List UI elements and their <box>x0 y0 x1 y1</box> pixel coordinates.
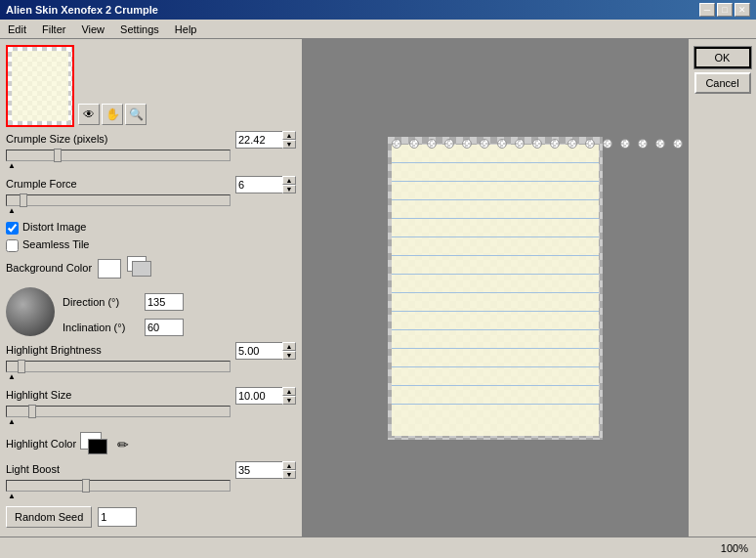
preview-thumbnail[interactable] <box>6 45 74 127</box>
crumple-force-spinner: ▲ ▼ <box>282 176 296 193</box>
random-seed-button[interactable]: Random Seed <box>6 506 92 528</box>
highlight-color-swatches <box>80 432 113 457</box>
dir-incl-labels: Direction (°) Inclination (°) <box>63 293 184 336</box>
highlight-color-label: Highlight Color <box>6 438 76 450</box>
crumple-force-control: Crumple Force ▲ ▼ ▲ <box>6 176 296 215</box>
crumple-size-spinner: ▲ ▼ <box>282 131 296 149</box>
spiral-hole <box>567 139 577 149</box>
thumbnail-inner <box>12 51 68 121</box>
highlight-brightness-input-wrapper: ▲ ▼ <box>235 342 296 360</box>
crumple-size-input-wrapper: ▲ ▼ <box>235 131 296 149</box>
note-line <box>392 163 599 182</box>
spiral-hole <box>585 139 595 149</box>
light-boost-input-wrapper: ▲ ▼ <box>235 461 296 479</box>
spiral-hole <box>480 139 489 149</box>
crumple-size-down[interactable]: ▼ <box>282 140 296 149</box>
highlight-brightness-down[interactable]: ▼ <box>282 351 296 360</box>
highlight-size-arrow: ▲ <box>8 417 296 426</box>
highlight-color-swatch-bottom[interactable] <box>88 439 107 454</box>
highlight-size-slider[interactable] <box>6 406 231 417</box>
highlight-color-pencil-icon[interactable]: ✏ <box>117 437 129 452</box>
crumple-force-down[interactable]: ▼ <box>282 185 296 193</box>
light-boost-input[interactable] <box>235 461 282 479</box>
light-boost-up[interactable]: ▲ <box>282 461 296 470</box>
crumple-size-input[interactable] <box>235 131 282 149</box>
highlight-size-slider-row <box>6 406 296 417</box>
ok-button[interactable]: OK <box>694 47 751 68</box>
maximize-button[interactable]: □ <box>717 3 733 17</box>
direction-sphere[interactable] <box>6 287 55 336</box>
light-boost-control: Light Boost ▲ ▼ ▲ <box>6 461 296 500</box>
crumple-force-label: Crumple Force <box>6 178 77 190</box>
crumple-size-label: Crumple Size (pixels) <box>6 133 108 145</box>
crumple-force-slider[interactable] <box>6 194 231 206</box>
preview-canvas <box>388 137 603 440</box>
crumple-size-slider[interactable] <box>6 150 231 161</box>
highlight-brightness-arrow: ▲ <box>8 372 296 381</box>
note-line <box>392 275 599 293</box>
highlight-size-down[interactable]: ▼ <box>282 396 296 405</box>
hand-tool-button[interactable]: ✋ <box>102 104 123 125</box>
spiral-hole <box>462 139 472 149</box>
zoom-tool-button[interactable]: 🔍 <box>125 104 147 125</box>
light-boost-label-row: Light Boost ▲ ▼ <box>6 461 296 479</box>
menu-settings[interactable]: Settings <box>116 22 163 36</box>
menu-filter[interactable]: Filter <box>38 22 69 36</box>
note-line <box>392 367 599 386</box>
crumple-force-up[interactable]: ▲ <box>282 176 296 185</box>
crumple-size-up[interactable]: ▲ <box>282 131 296 140</box>
seamless-tile-checkbox[interactable] <box>6 239 19 252</box>
spiral-hole <box>392 139 401 149</box>
highlight-size-up[interactable]: ▲ <box>282 387 296 396</box>
menu-view[interactable]: View <box>77 22 108 36</box>
menu-edit[interactable]: Edit <box>4 22 30 36</box>
direction-input[interactable] <box>145 293 184 311</box>
distort-image-checkbox[interactable] <box>6 222 19 235</box>
close-button[interactable]: ✕ <box>735 3 750 17</box>
random-seed-input[interactable] <box>98 507 137 527</box>
background-color-label: Background Color <box>6 262 92 274</box>
note-line <box>392 219 599 237</box>
menu-help[interactable]: Help <box>171 22 201 36</box>
highlight-size-input[interactable] <box>235 387 282 405</box>
minimize-button[interactable]: ─ <box>699 3 715 17</box>
note-line <box>392 293 599 312</box>
light-boost-label: Light Boost <box>6 463 60 475</box>
right-panel <box>303 39 688 537</box>
distort-image-row: Distort Image <box>6 221 296 235</box>
bg-color-swatch-bottom[interactable] <box>132 261 151 277</box>
crumple-force-input[interactable] <box>235 176 282 193</box>
spiral-hole <box>638 139 648 149</box>
spiral-hole <box>409 139 419 149</box>
note-line <box>392 237 599 256</box>
note-line <box>392 330 599 349</box>
spiral-hole <box>603 139 612 149</box>
spiral-hole <box>532 139 542 149</box>
highlight-brightness-slider-row <box>6 361 296 372</box>
cancel-button[interactable]: Cancel <box>694 72 751 94</box>
menu-bar: Edit Filter View Settings Help <box>0 20 756 39</box>
background-color-swatch1[interactable] <box>98 259 121 279</box>
highlight-brightness-slider[interactable] <box>6 361 231 372</box>
light-boost-spinner: ▲ ▼ <box>282 461 296 479</box>
note-line <box>392 349 599 367</box>
direction-row: Direction (°) <box>63 293 184 311</box>
note-line <box>392 256 599 275</box>
crumple-force-label-row: Crumple Force ▲ ▼ <box>6 176 296 193</box>
highlight-size-spinner: ▲ ▼ <box>282 387 296 405</box>
main-container: 👁 ✋ 🔍 Crumple Size (pixels) ▲ ▼ <box>0 39 756 537</box>
highlight-brightness-label: Highlight Brightness <box>6 344 102 356</box>
inclination-input[interactable] <box>145 319 184 336</box>
crumple-force-slider-row <box>6 194 296 206</box>
highlight-brightness-up[interactable]: ▲ <box>282 342 296 351</box>
highlight-brightness-input[interactable] <box>235 342 282 360</box>
eye-tool-button[interactable]: 👁 <box>78 104 100 125</box>
highlight-size-control: Highlight Size ▲ ▼ ▲ <box>6 387 296 426</box>
spiral-hole <box>515 139 525 149</box>
light-boost-down[interactable]: ▼ <box>282 470 296 479</box>
note-lines <box>392 145 599 436</box>
light-boost-slider[interactable] <box>6 480 231 492</box>
light-boost-slider-row <box>6 480 296 492</box>
background-color-compound <box>127 256 162 281</box>
crumple-force-arrow: ▲ <box>8 206 296 215</box>
